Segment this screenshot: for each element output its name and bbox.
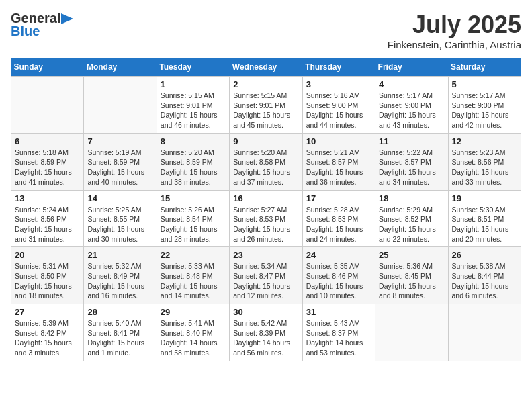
day-detail: Sunrise: 5:41 AMSunset: 8:40 PMDaylight:… xyxy=(161,319,218,357)
calendar-day-cell: 10Sunrise: 5:21 AMSunset: 8:57 PMDayligh… xyxy=(302,133,375,190)
weekday-header-saturday: Saturday xyxy=(448,58,521,77)
day-detail: Sunrise: 5:17 AMSunset: 9:00 PMDaylight:… xyxy=(379,91,436,129)
day-number: 17 xyxy=(306,193,371,203)
day-number: 18 xyxy=(379,193,444,203)
calendar-day-cell: 16Sunrise: 5:27 AMSunset: 8:53 PMDayligh… xyxy=(230,190,302,247)
day-detail: Sunrise: 5:28 AMSunset: 8:53 PMDaylight:… xyxy=(306,205,363,243)
day-number: 2 xyxy=(233,79,298,89)
day-number: 3 xyxy=(306,79,371,89)
day-number: 11 xyxy=(379,136,444,146)
weekday-header-thursday: Thursday xyxy=(302,58,375,77)
calendar-day-cell: 2Sunrise: 5:15 AMSunset: 9:01 PMDaylight… xyxy=(230,77,302,134)
calendar-day-cell: 23Sunrise: 5:34 AMSunset: 8:47 PMDayligh… xyxy=(230,247,302,304)
day-detail: Sunrise: 5:21 AMSunset: 8:57 PMDaylight:… xyxy=(306,148,363,186)
calendar-table: SundayMondayTuesdayWednesdayThursdayFrid… xyxy=(11,58,521,361)
day-detail: Sunrise: 5:16 AMSunset: 9:00 PMDaylight:… xyxy=(306,91,363,129)
calendar-day-cell: 1Sunrise: 5:15 AMSunset: 9:01 PMDaylight… xyxy=(157,77,229,134)
calendar-day-cell xyxy=(84,77,157,134)
day-detail: Sunrise: 5:15 AMSunset: 9:01 PMDaylight:… xyxy=(233,91,290,129)
weekday-header-tuesday: Tuesday xyxy=(157,58,229,77)
day-detail: Sunrise: 5:33 AMSunset: 8:48 PMDaylight:… xyxy=(161,262,218,300)
day-detail: Sunrise: 5:26 AMSunset: 8:54 PMDaylight:… xyxy=(161,205,218,243)
day-number: 4 xyxy=(379,79,444,89)
day-number: 25 xyxy=(379,250,444,260)
day-number: 10 xyxy=(306,136,371,146)
day-detail: Sunrise: 5:29 AMSunset: 8:52 PMDaylight:… xyxy=(379,205,436,243)
day-number: 12 xyxy=(452,136,517,146)
day-number: 8 xyxy=(161,136,226,146)
logo: General Blue xyxy=(11,11,74,39)
logo-blue-text: Blue xyxy=(11,24,40,39)
calendar-day-cell: 5Sunrise: 5:17 AMSunset: 9:00 PMDaylight… xyxy=(448,77,521,134)
calendar-day-cell: 30Sunrise: 5:42 AMSunset: 8:39 PMDayligh… xyxy=(230,304,302,361)
day-number: 13 xyxy=(15,193,80,203)
calendar-day-cell: 7Sunrise: 5:19 AMSunset: 8:59 PMDaylight… xyxy=(84,133,157,190)
calendar-day-cell: 11Sunrise: 5:22 AMSunset: 8:57 PMDayligh… xyxy=(375,133,448,190)
calendar-day-cell: 4Sunrise: 5:17 AMSunset: 9:00 PMDaylight… xyxy=(375,77,448,134)
day-number: 31 xyxy=(306,307,371,317)
day-detail: Sunrise: 5:15 AMSunset: 9:01 PMDaylight:… xyxy=(161,91,218,129)
calendar-day-cell: 21Sunrise: 5:32 AMSunset: 8:49 PMDayligh… xyxy=(84,247,157,304)
day-detail: Sunrise: 5:32 AMSunset: 8:49 PMDaylight:… xyxy=(87,262,144,300)
calendar-week-row: 20Sunrise: 5:31 AMSunset: 8:50 PMDayligh… xyxy=(11,247,521,304)
calendar-day-cell: 17Sunrise: 5:28 AMSunset: 8:53 PMDayligh… xyxy=(302,190,375,247)
location-title: Finkenstein, Carinthia, Austria xyxy=(388,39,521,50)
weekday-header-friday: Friday xyxy=(375,58,448,77)
day-detail: Sunrise: 5:43 AMSunset: 8:37 PMDaylight:… xyxy=(306,319,363,357)
calendar-day-cell: 6Sunrise: 5:18 AMSunset: 8:59 PMDaylight… xyxy=(11,133,84,190)
day-number: 27 xyxy=(15,307,80,317)
calendar-week-row: 13Sunrise: 5:24 AMSunset: 8:56 PMDayligh… xyxy=(11,190,521,247)
month-title: July 2025 xyxy=(388,11,521,39)
calendar-day-cell: 28Sunrise: 5:40 AMSunset: 8:41 PMDayligh… xyxy=(84,304,157,361)
calendar-day-cell: 15Sunrise: 5:26 AMSunset: 8:54 PMDayligh… xyxy=(157,190,229,247)
calendar-day-cell: 12Sunrise: 5:23 AMSunset: 8:56 PMDayligh… xyxy=(448,133,521,190)
calendar-day-cell: 19Sunrise: 5:30 AMSunset: 8:51 PMDayligh… xyxy=(448,190,521,247)
day-number: 19 xyxy=(452,193,517,203)
calendar-day-cell: 26Sunrise: 5:38 AMSunset: 8:44 PMDayligh… xyxy=(448,247,521,304)
weekday-header-wednesday: Wednesday xyxy=(230,58,302,77)
calendar-day-cell xyxy=(448,304,521,361)
day-number: 22 xyxy=(161,250,226,260)
day-number: 20 xyxy=(15,250,80,260)
calendar-week-row: 27Sunrise: 5:39 AMSunset: 8:42 PMDayligh… xyxy=(11,304,521,361)
calendar-day-cell: 25Sunrise: 5:36 AMSunset: 8:45 PMDayligh… xyxy=(375,247,448,304)
day-detail: Sunrise: 5:34 AMSunset: 8:47 PMDaylight:… xyxy=(233,262,290,300)
calendar-day-cell: 9Sunrise: 5:20 AMSunset: 8:58 PMDaylight… xyxy=(230,133,302,190)
calendar-week-row: 6Sunrise: 5:18 AMSunset: 8:59 PMDaylight… xyxy=(11,133,521,190)
day-detail: Sunrise: 5:30 AMSunset: 8:51 PMDaylight:… xyxy=(452,205,509,243)
day-number: 15 xyxy=(161,193,226,203)
calendar-day-cell: 22Sunrise: 5:33 AMSunset: 8:48 PMDayligh… xyxy=(157,247,229,304)
day-number: 21 xyxy=(87,250,152,260)
day-number: 30 xyxy=(233,307,298,317)
day-detail: Sunrise: 5:36 AMSunset: 8:45 PMDaylight:… xyxy=(379,262,436,300)
calendar-day-cell: 18Sunrise: 5:29 AMSunset: 8:52 PMDayligh… xyxy=(375,190,448,247)
day-number: 28 xyxy=(87,307,152,317)
day-detail: Sunrise: 5:17 AMSunset: 9:00 PMDaylight:… xyxy=(452,91,509,129)
day-number: 9 xyxy=(233,136,298,146)
svg-marker-0 xyxy=(61,13,73,24)
calendar-day-cell xyxy=(11,77,84,134)
day-number: 7 xyxy=(87,136,152,146)
weekday-header-monday: Monday xyxy=(84,58,157,77)
day-detail: Sunrise: 5:39 AMSunset: 8:42 PMDaylight:… xyxy=(15,319,72,357)
logo-triangle-icon xyxy=(61,13,73,24)
calendar-day-cell: 13Sunrise: 5:24 AMSunset: 8:56 PMDayligh… xyxy=(11,190,84,247)
calendar-day-cell: 27Sunrise: 5:39 AMSunset: 8:42 PMDayligh… xyxy=(11,304,84,361)
day-number: 1 xyxy=(161,79,226,89)
calendar-week-row: 1Sunrise: 5:15 AMSunset: 9:01 PMDaylight… xyxy=(11,77,521,134)
title-section: July 2025 Finkenstein, Carinthia, Austri… xyxy=(388,11,521,50)
day-detail: Sunrise: 5:23 AMSunset: 8:56 PMDaylight:… xyxy=(452,148,509,186)
calendar-day-cell: 24Sunrise: 5:35 AMSunset: 8:46 PMDayligh… xyxy=(302,247,375,304)
day-number: 29 xyxy=(161,307,226,317)
day-detail: Sunrise: 5:35 AMSunset: 8:46 PMDaylight:… xyxy=(306,262,363,300)
day-number: 26 xyxy=(452,250,517,260)
day-detail: Sunrise: 5:42 AMSunset: 8:39 PMDaylight:… xyxy=(233,319,290,357)
day-detail: Sunrise: 5:20 AMSunset: 8:59 PMDaylight:… xyxy=(161,148,218,186)
weekday-header-sunday: Sunday xyxy=(11,58,84,77)
calendar-day-cell xyxy=(375,304,448,361)
day-number: 5 xyxy=(452,79,517,89)
calendar-day-cell: 20Sunrise: 5:31 AMSunset: 8:50 PMDayligh… xyxy=(11,247,84,304)
calendar-day-cell: 14Sunrise: 5:25 AMSunset: 8:55 PMDayligh… xyxy=(84,190,157,247)
day-detail: Sunrise: 5:18 AMSunset: 8:59 PMDaylight:… xyxy=(15,148,72,186)
day-number: 24 xyxy=(306,250,371,260)
